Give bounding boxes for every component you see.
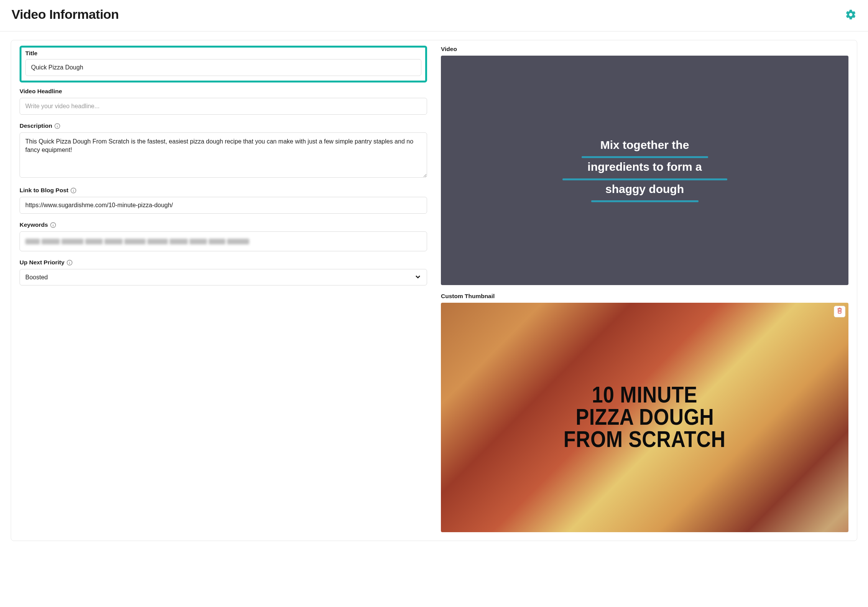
video-preview-field: Video Mix together the ingredients to fo… <box>441 46 848 285</box>
right-column: Video Mix together the ingredients to fo… <box>441 46 848 532</box>
thumbnail-text-line: FROM SCRATCH <box>564 429 726 451</box>
headline-label: Video Headline <box>20 88 427 95</box>
svg-point-8 <box>53 223 53 224</box>
video-caption-line: Mix together the <box>600 139 689 154</box>
description-field: Description This Quick Pizza Dough From … <box>20 122 427 179</box>
headline-field: Video Headline <box>20 88 427 115</box>
description-label-text: Description <box>20 122 52 129</box>
trash-icon <box>837 307 843 315</box>
caption-underline <box>562 178 727 180</box>
description-textarea[interactable]: This Quick Pizza Dough From Scratch is t… <box>20 132 427 178</box>
info-icon[interactable] <box>67 260 72 266</box>
svg-point-5 <box>73 189 74 189</box>
thumbnail-text-line: 10 MINUTE <box>592 384 697 406</box>
info-icon[interactable] <box>50 222 56 228</box>
video-caption-line: ingredients to form a <box>587 160 702 176</box>
main-container: Title Video Headline Description This Qu… <box>0 31 868 549</box>
priority-label: Up Next Priority <box>20 259 427 266</box>
form-panel: Title Video Headline Description This Qu… <box>11 40 857 541</box>
priority-select-wrapper: Boosted <box>20 269 427 285</box>
svg-point-11 <box>69 261 70 261</box>
thumbnail-text-line: PIZZA DOUGH <box>575 406 714 429</box>
delete-thumbnail-button[interactable] <box>834 306 845 317</box>
thumbnail-label: Custom Thumbnail <box>441 293 848 300</box>
custom-thumbnail[interactable]: 10 MINUTE PIZZA DOUGH FROM SCRATCH <box>441 303 848 532</box>
title-field-highlighted: Title <box>20 46 427 82</box>
svg-point-2 <box>57 124 58 125</box>
info-icon[interactable] <box>54 123 60 129</box>
caption-underline <box>582 156 708 158</box>
left-column: Title Video Headline Description This Qu… <box>20 46 427 532</box>
video-preview[interactable]: Mix together the ingredients to form a s… <box>441 56 848 285</box>
settings-gear-icon[interactable] <box>845 9 856 20</box>
link-label-text: Link to Blog Post <box>20 187 68 194</box>
caption-underline <box>591 200 699 202</box>
keywords-input-redacted[interactable] <box>20 231 427 251</box>
page-header: Video Information <box>0 0 868 31</box>
thumbnail-field: Custom Thumbnail 10 MINUTE PIZZA DOUGH F… <box>441 293 848 532</box>
title-label: Title <box>25 50 421 57</box>
headline-input[interactable] <box>20 98 427 115</box>
thumbnail-overlay: 10 MINUTE PIZZA DOUGH FROM SCRATCH <box>441 303 848 532</box>
link-label: Link to Blog Post <box>20 187 427 194</box>
link-field: Link to Blog Post <box>20 187 427 214</box>
link-input[interactable] <box>20 197 427 214</box>
video-label: Video <box>441 46 848 53</box>
keywords-label-text: Keywords <box>20 221 48 228</box>
priority-select[interactable]: Boosted <box>20 269 427 285</box>
info-icon[interactable] <box>71 188 76 193</box>
priority-field: Up Next Priority Boosted <box>20 259 427 285</box>
title-input[interactable] <box>25 59 421 76</box>
keywords-field: Keywords <box>20 221 427 251</box>
video-caption-line: shaggy dough <box>605 183 684 198</box>
priority-label-text: Up Next Priority <box>20 259 64 266</box>
keywords-label: Keywords <box>20 221 427 228</box>
page-title: Video Information <box>12 7 119 22</box>
description-label: Description <box>20 122 427 129</box>
